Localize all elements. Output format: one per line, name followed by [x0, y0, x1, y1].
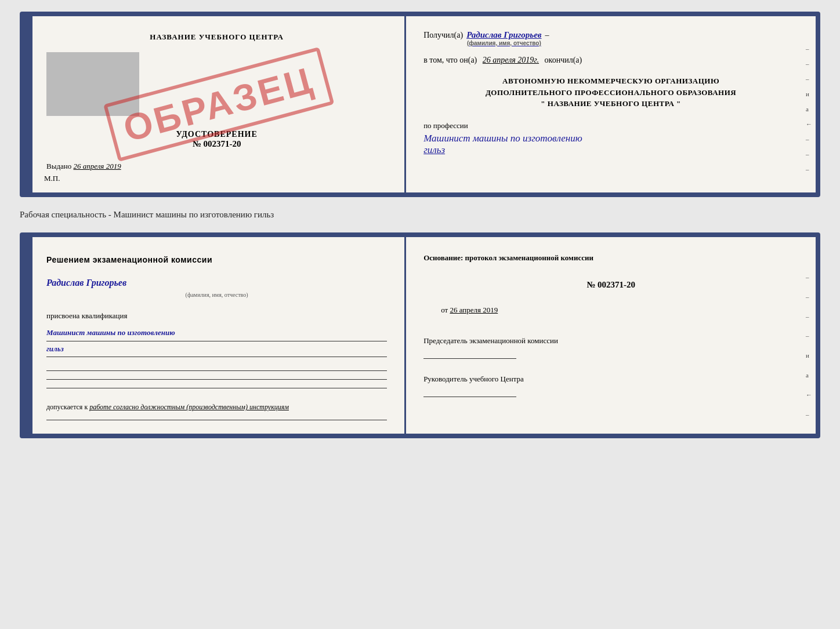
profesia-name2: гильз	[423, 144, 798, 156]
dopuskaetsya-italic: работе согласно должностным (производств…	[89, 403, 289, 411]
top-center-title: НАЗВАНИЕ УЧЕБНОГО ЦЕНТРА	[46, 32, 387, 42]
poluchil-sub: (фамилия, имя, отчество)	[466, 40, 541, 46]
dopuskaetsya-block: допускается к работе согласно должностны…	[46, 402, 387, 413]
poluchil-name: Радислав Григорьев (фамилия, имя, отчест…	[466, 30, 541, 46]
top-spine	[24, 16, 32, 192]
divider1	[46, 341, 387, 341]
protocol-number: № 002371-20	[423, 277, 798, 293]
poluchil-dash: –	[545, 31, 549, 40]
poluchil-prefix: Получил(а)	[423, 31, 463, 40]
vtom-prefix: в том, что он(а)	[423, 56, 477, 64]
org-line2: ДОПОЛНИТЕЛЬНОГО ПРОФЕССИОНАЛЬНОГО ОБРАЗО…	[486, 88, 736, 97]
udost-label: УДОСТОВЕРЕНИЕ	[46, 130, 387, 139]
top-document-card: НАЗВАНИЕ УЧЕБНОГО ЦЕНТРА УДОСТОВЕРЕНИЕ №…	[20, 12, 820, 197]
bottom-name: Радислав Григорьев	[46, 278, 126, 288]
divider4	[46, 379, 387, 380]
prisvoena-block: присвоена квалификация	[46, 310, 387, 322]
bottom-spine	[24, 237, 32, 434]
bottom-left-page: Решением экзаменационной комиссии Радисл…	[32, 237, 406, 434]
bottom-name-block: Радислав Григорьев (фамилия, имя, отчест…	[46, 275, 387, 300]
label-bar: Рабочая специальность - Машинист машины …	[20, 208, 820, 222]
ot-date: от 26 апреля 2019	[423, 303, 798, 317]
mp-label: М.П.	[44, 174, 60, 183]
bottom-document-card: Решением экзаменационной комиссии Радисл…	[20, 232, 820, 438]
predsedatel-label: Председатель экзаменационной комиссии	[423, 336, 558, 345]
profesia-name: Машинист машины по изготовлению	[423, 133, 798, 144]
vtom-date: 26 апреля 2019г.	[483, 56, 539, 64]
poluchil-line: Получил(а) Радислав Григорьев (фамилия, …	[423, 30, 798, 46]
rukovoditel-signature	[423, 388, 516, 397]
top-right-page: Получил(а) Радислав Григорьев (фамилия, …	[406, 16, 816, 192]
vydano-line: Выдано 26 апреля 2019	[46, 162, 121, 171]
vtom-line: в том, что он(а) 26 апреля 2019г. окончи…	[423, 56, 798, 65]
ot-date-val: 26 апреля 2019	[450, 306, 498, 314]
prisvoena-label: присвоена квалификация	[46, 311, 127, 320]
ot-prefix: от	[441, 306, 448, 314]
org-line3: " НАЗВАНИЕ УЧЕБНОГО ЦЕНТРА "	[541, 99, 680, 108]
divider3	[46, 370, 387, 371]
udost-number: № 002371-20	[46, 139, 387, 149]
predsedatel-block: Председатель экзаменационной комиссии	[423, 336, 798, 359]
predsedatel-signature	[423, 350, 516, 359]
kvali-name2: гильз	[46, 344, 64, 353]
bottom-name-sub: (фамилия, имя, отчество)	[46, 290, 387, 300]
vtom-suffix: окончил(а)	[545, 56, 582, 64]
kvali-block: Машинист машины по изготовлению гильз	[46, 327, 387, 359]
photo-placeholder	[46, 52, 139, 116]
org-block: АВТОНОМНУЮ НЕКОММЕРЧЕСКУЮ ОРГАНИЗАЦИЮ ДО…	[423, 75, 798, 110]
vydano-prefix: Выдано	[46, 162, 71, 170]
specialty-label: Рабочая специальность - Машинист машины …	[20, 210, 274, 219]
bottom-right-page: Основание: протокол экзаменационной коми…	[406, 237, 816, 434]
top-left-page: НАЗВАНИЕ УЧЕБНОГО ЦЕНТРА УДОСТОВЕРЕНИЕ №…	[32, 16, 406, 192]
resheniem-title: Решением экзаменационной комиссии	[46, 253, 387, 266]
profesia-block: по профессии Машинист машины по изготовл…	[423, 121, 798, 156]
bottom-right-side-marks: – – – – и а ← – – – –	[806, 272, 812, 438]
udost-number-block: УДОСТОВЕРЕНИЕ № 002371-20	[46, 130, 387, 149]
divider5	[46, 388, 387, 388]
dopuskaetsya-prefix: допускается к	[46, 403, 88, 411]
divider2	[46, 357, 387, 357]
org-line1: АВТОНОМНУЮ НЕКОММЕРЧЕСКУЮ ОРГАНИЗАЦИЮ	[502, 77, 719, 85]
rukovoditel-label: Руководитель учебного Центра	[423, 375, 524, 383]
profesia-label: по профессии	[423, 121, 468, 130]
top-right-side-marks: – – – и а ← – – –	[806, 45, 812, 173]
osnovanie-title: Основание: протокол экзаменационной коми…	[423, 251, 798, 264]
vydano-date: 26 апреля 2019	[74, 162, 121, 170]
divider6	[46, 420, 387, 420]
kvali-name: Машинист машины по изготовлению	[46, 328, 175, 337]
rukovoditel-block: Руководитель учебного Центра	[423, 374, 798, 397]
